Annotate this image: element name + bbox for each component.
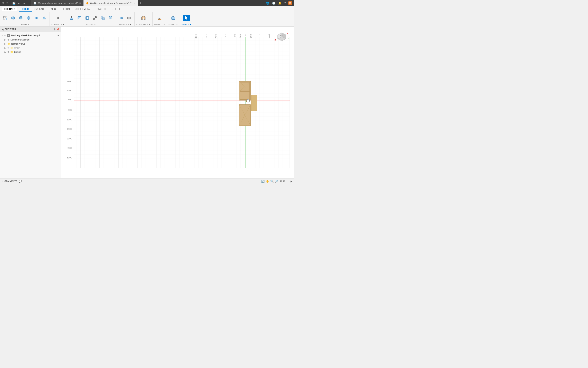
home-icon[interactable]: ⌂ xyxy=(27,1,30,5)
view-cube[interactable]: top X Z X xyxy=(274,29,290,45)
automate-buttons xyxy=(54,13,62,23)
more-create-button[interactable] xyxy=(40,15,48,21)
toolbar-automate-section: AUTOMATE ▼ xyxy=(50,12,66,26)
select-tool-button[interactable] xyxy=(183,15,190,21)
create-buttons xyxy=(2,13,48,23)
cylinder-button[interactable] xyxy=(17,15,25,21)
axis-x-label: X xyxy=(275,39,276,41)
tab-mesh[interactable]: MESH xyxy=(48,7,60,12)
svg-text:2500: 2500 xyxy=(67,147,72,149)
new-component-button[interactable] xyxy=(2,15,9,21)
tree-bodies[interactable]: ▶ 👁 📁 Bodies xyxy=(0,50,61,54)
tab-sheet-metal[interactable]: SHEET METAL xyxy=(73,7,94,12)
svg-text:2000: 2000 xyxy=(67,137,72,140)
modify-label: MODIFY ▼ xyxy=(86,24,96,26)
automate-button[interactable] xyxy=(54,15,62,21)
eye-icon-root[interactable]: 👁 xyxy=(4,34,6,37)
bodies-toggle[interactable]: ▶ xyxy=(4,51,7,53)
svg-text:500: 500 xyxy=(250,34,252,38)
root-toggle[interactable]: ▼ xyxy=(1,34,3,37)
svg-rect-18 xyxy=(86,17,88,18)
tab-plastic[interactable]: PLASTIC xyxy=(94,7,109,12)
inspect-label: INSPECT ▼ xyxy=(154,24,165,26)
sidebar-collapse-icon[interactable]: ◀ xyxy=(2,28,3,31)
scale-button[interactable] xyxy=(91,15,99,21)
tree-origin[interactable]: ▶ 👁 📁 Origin xyxy=(0,46,61,50)
named-views-toggle[interactable]: ▶ xyxy=(4,43,7,45)
3d-object-lower[interactable] xyxy=(239,104,251,126)
user-avatar[interactable]: JP xyxy=(288,1,292,5)
midplane-button[interactable] xyxy=(140,15,147,21)
orbit-icon[interactable]: 🔄 xyxy=(261,180,265,183)
press-pull-button[interactable] xyxy=(68,15,75,21)
tab-form[interactable]: FORM xyxy=(60,7,72,12)
pan-icon[interactable]: ✋ xyxy=(266,180,269,183)
tree-named-views[interactable]: ▶ 📁 Named Views xyxy=(0,42,61,46)
tab-2-close[interactable]: ✕ xyxy=(133,2,135,4)
design-button[interactable]: DESIGN ▼ xyxy=(2,7,17,11)
tree-root[interactable]: ▼ 👁 Working wheelchair ramp fc... 👁 xyxy=(0,33,61,38)
globe-icon[interactable]: 🌐 xyxy=(265,1,270,5)
add-tab-button[interactable]: + xyxy=(138,0,143,6)
more-modify-button[interactable] xyxy=(107,15,114,21)
canvas-area[interactable]: top X Z X xyxy=(61,27,294,178)
zoom-fit-icon[interactable]: 🔎 xyxy=(275,180,278,183)
tab-utilities[interactable]: UTILITIES xyxy=(109,7,125,12)
top-right-actions: 🌐 🕐 🔔 ? JP xyxy=(265,1,292,5)
tab-solid[interactable]: SOLID xyxy=(19,7,32,12)
origin-toggle[interactable]: ▶ xyxy=(4,47,7,49)
bodies-label: Bodies xyxy=(14,51,21,53)
clock-icon[interactable]: 🕐 xyxy=(271,1,276,5)
tab-1[interactable]: 📄 Working wheelchair ramp for contest v1… xyxy=(31,0,84,6)
undo-icon[interactable]: ↩ xyxy=(17,1,21,5)
doc-settings-toggle[interactable]: ▶ xyxy=(4,38,7,41)
help-icon[interactable]: ? xyxy=(284,1,287,5)
comments-label: COMMENTS xyxy=(4,180,17,182)
3d-object-upper[interactable] xyxy=(239,81,251,102)
redo-icon[interactable]: ↪ xyxy=(22,1,26,5)
more-settings-icon[interactable]: ⋯ xyxy=(287,180,289,183)
folder-icon-named-views: 📁 xyxy=(7,42,10,45)
shell-button[interactable] xyxy=(84,15,91,21)
menu-icon[interactable]: ☰ xyxy=(5,1,9,5)
save-icon[interactable]: 💾 xyxy=(11,1,16,5)
combine-button[interactable] xyxy=(99,15,106,21)
sidebar-pin-icon[interactable]: 📌 xyxy=(57,28,59,31)
folder-icon-bodies: 📁 xyxy=(10,50,13,53)
torus-button[interactable] xyxy=(33,15,40,21)
measure-button[interactable] xyxy=(156,15,163,21)
tab-2[interactable]: 🔶 Working wheelchair ramp for contest v1… xyxy=(84,0,138,6)
bell-icon[interactable]: 🔔 xyxy=(277,1,282,5)
fillet-button[interactable] xyxy=(76,15,83,21)
grid-settings-icon[interactable]: ⊞ xyxy=(283,180,285,183)
camera-button[interactable] xyxy=(125,15,133,21)
viewport-svg[interactable]: 1500 1000 500 0 500 1000 1500 2000 2500 … xyxy=(61,27,294,178)
sidebar-right-collapse[interactable]: ▶ xyxy=(291,180,292,183)
svg-text:1000: 1000 xyxy=(67,89,72,92)
svg-marker-25 xyxy=(130,17,131,19)
toolbar-insert-section: INSERT ▼ xyxy=(167,12,180,26)
joint-node[interactable] xyxy=(247,99,249,102)
box-button[interactable] xyxy=(9,15,17,21)
display-settings-icon[interactable]: 🖥 xyxy=(279,180,282,183)
sphere-button[interactable] xyxy=(25,15,32,21)
apps-icon[interactable]: ⊞ xyxy=(2,1,4,5)
svg-text:2500: 2500 xyxy=(205,34,208,38)
svg-text:500: 500 xyxy=(68,109,72,111)
tab-1-close[interactable]: ✕ xyxy=(79,2,81,4)
insert-mesh-button[interactable] xyxy=(170,15,177,21)
3d-object-side[interactable] xyxy=(251,95,257,111)
zoom-in-icon[interactable]: 🔍 xyxy=(270,180,274,183)
sidebar-settings-icon[interactable]: ⚙ xyxy=(53,28,56,31)
root-options-icon[interactable]: 👁 xyxy=(57,34,59,37)
joint-button[interactable] xyxy=(118,15,125,21)
svg-rect-0 xyxy=(4,16,5,18)
expand-comments-icon[interactable]: + xyxy=(2,180,3,182)
eye-icon-bodies[interactable]: 👁 xyxy=(7,51,9,53)
svg-text:500: 500 xyxy=(239,34,242,38)
tree-doc-settings[interactable]: ▶ ⚙ Document Settings xyxy=(0,38,61,42)
toolbar-create-section: CREATE ▼ xyxy=(0,12,50,26)
comments-icon[interactable]: 💬 xyxy=(19,180,22,183)
eye-icon-origin[interactable]: 👁 xyxy=(7,47,9,49)
tab-surface[interactable]: SURFACE xyxy=(32,7,48,12)
